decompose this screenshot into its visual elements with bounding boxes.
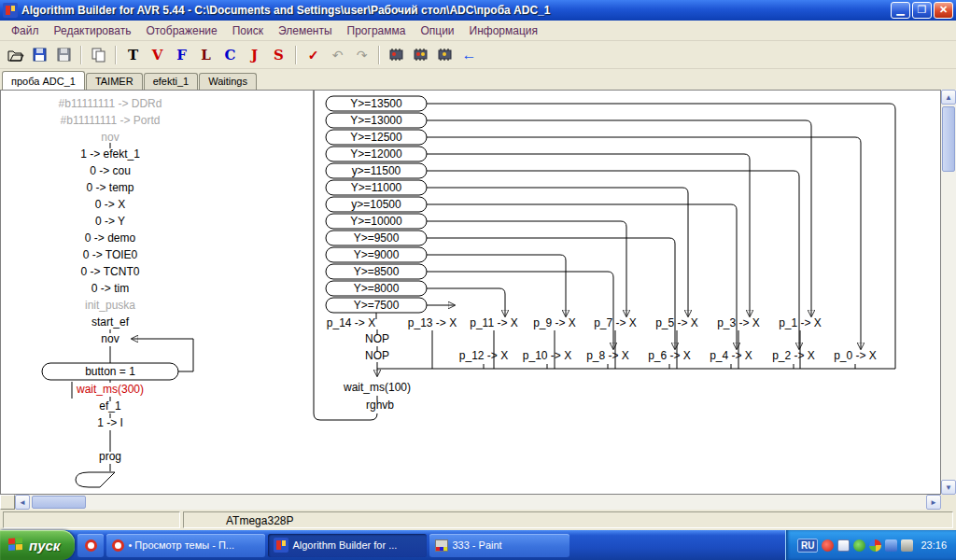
menu-search[interactable]: Поиск	[225, 21, 271, 40]
op-p11[interactable]: p_11 -> X	[470, 316, 517, 329]
op-p13[interactable]: p_13 -> X	[408, 316, 457, 329]
scroll-left-button[interactable]: ◄	[15, 495, 30, 510]
op-set-i[interactable]: 1 -> I	[97, 416, 123, 429]
op-ddrd[interactable]: #b11111111 -> DDRd	[59, 97, 162, 110]
insert-condition-button[interactable]: C	[218, 44, 242, 66]
close-button[interactable]: ✕	[934, 2, 953, 19]
label-rghvb[interactable]: rghvb	[366, 399, 394, 412]
condition-y11500[interactable]: y>=11500	[352, 164, 401, 177]
condition-y10500[interactable]: y>=10500	[351, 198, 401, 211]
task-algorithm-builder[interactable]: Algorithm Builder for ...	[268, 534, 427, 557]
op-nop1[interactable]: NOP	[365, 332, 389, 345]
read-chip-button[interactable]	[433, 44, 457, 66]
condition-y8000[interactable]: Y>=8000	[354, 282, 400, 295]
condition-y9000[interactable]: Y>=9000	[354, 248, 400, 261]
condition-y11000[interactable]: Y>=11000	[351, 181, 402, 194]
op-p10[interactable]: p_10 -> X	[523, 349, 571, 362]
vertical-scrollbar[interactable]: ▲ ▼	[941, 90, 956, 495]
tray-volume-icon[interactable]	[885, 539, 897, 552]
op-p1[interactable]: p_1 -> X	[779, 316, 822, 329]
op-p0[interactable]: p_0 -> X	[834, 349, 877, 362]
scroll-right-button[interactable]: ►	[926, 495, 941, 510]
condition-y9500[interactable]: Y>=9500	[354, 231, 400, 245]
scroll-up-button[interactable]: ▲	[941, 90, 956, 105]
tab-efekti1[interactable]: efekti_1	[144, 73, 199, 90]
program-chip-button[interactable]	[409, 44, 432, 66]
minimize-button[interactable]: ▁	[891, 2, 910, 19]
op-p5[interactable]: p_5 -> X	[655, 316, 698, 329]
condition-y12000[interactable]: Y>=12000	[350, 147, 402, 161]
save-all-button[interactable]	[52, 44, 76, 66]
label-nov-ghost[interactable]: nov	[101, 131, 119, 144]
redo-button[interactable]: ↷	[350, 44, 373, 66]
label-nov[interactable]: nov	[101, 332, 119, 345]
op-temp[interactable]: 0 -> temp	[86, 181, 134, 194]
op-p2[interactable]: p_2 -> X	[772, 349, 815, 362]
condition-y13500[interactable]: Y>=13500	[350, 97, 402, 110]
tray-clock[interactable]: 23:16	[921, 539, 947, 551]
horizontal-scrollbar[interactable]: ◄ ►	[0, 495, 956, 510]
menu-program[interactable]: Программа	[340, 21, 414, 40]
step-back-button[interactable]: ←	[457, 44, 481, 66]
tray-network-icon[interactable]	[853, 539, 865, 552]
save-button[interactable]	[28, 44, 51, 66]
menu-elements[interactable]: Элементы	[271, 21, 340, 40]
op-y[interactable]: 0 -> Y	[95, 215, 125, 228]
op-wait300-selected[interactable]: wait_ms(300)	[76, 383, 144, 396]
insert-label-button[interactable]: L	[194, 44, 218, 66]
menu-info[interactable]: Информация	[462, 21, 545, 40]
tray-alert-icon[interactable]	[822, 539, 834, 552]
op-efekt1[interactable]: 1 -> efekt_1	[80, 147, 140, 161]
op-nop2[interactable]: NOP	[365, 349, 389, 362]
condition-y12500[interactable]: Y>=12500	[350, 131, 402, 144]
start-button[interactable]: пуск	[0, 530, 75, 560]
op-p6[interactable]: p_6 -> X	[648, 349, 691, 362]
menu-view[interactable]: Отображение	[138, 21, 224, 40]
menu-edit[interactable]: Редактировать	[47, 21, 139, 40]
vertical-scroll-thumb[interactable]	[942, 106, 955, 172]
op-p9[interactable]: p_9 -> X	[533, 316, 576, 329]
op-toie0[interactable]: 0 -> TOIE0	[83, 248, 138, 261]
horizontal-scroll-track[interactable]	[88, 495, 926, 510]
language-indicator[interactable]: RU	[797, 539, 818, 553]
condition-y8500[interactable]: Y>=8500	[354, 265, 400, 278]
maximize-button[interactable]: ❐	[912, 2, 932, 19]
vertical-scroll-track[interactable]	[941, 174, 956, 480]
label-ef1[interactable]: ef_1	[99, 399, 121, 413]
verify-button[interactable]: ✓	[302, 44, 325, 66]
undo-button[interactable]: ↶	[326, 44, 349, 66]
insert-field-button[interactable]: F	[170, 44, 193, 66]
compile-button[interactable]	[385, 44, 408, 66]
condition-y7500[interactable]: Y>=7500	[354, 299, 400, 312]
task-paint[interactable]: 333 - Paint	[429, 534, 569, 557]
insert-text-button[interactable]: T	[121, 44, 145, 66]
menu-file[interactable]: Файл	[4, 21, 47, 40]
label-start-ef[interactable]: start_ef	[91, 315, 130, 329]
condition-y13000[interactable]: Y>=13000	[350, 114, 402, 127]
insert-jump-button[interactable]: J	[243, 44, 266, 66]
condition-button[interactable]: button = 1	[85, 365, 135, 378]
tab-taimer[interactable]: TAIMER	[86, 73, 143, 90]
scroll-down-button[interactable]: ▼	[941, 480, 956, 495]
tray-display-icon[interactable]	[901, 539, 913, 552]
condition-y10000[interactable]: Y>=10000	[350, 215, 402, 228]
horizontal-scroll-thumb[interactable]	[32, 496, 86, 509]
op-demo[interactable]: 0 -> demo	[85, 231, 136, 245]
op-p3[interactable]: p_3 -> X	[717, 316, 760, 329]
op-p12[interactable]: p_12 -> X	[459, 349, 508, 362]
op-portd[interactable]: #b11111111 -> Portd	[61, 114, 161, 127]
label-prog[interactable]: prog	[99, 450, 121, 463]
op-x[interactable]: 0 -> X	[95, 198, 125, 211]
tray-update-icon[interactable]	[869, 539, 881, 552]
insert-setter-button[interactable]: S	[267, 44, 290, 66]
label-init-puska[interactable]: init_puska	[85, 299, 135, 312]
end-shape[interactable]	[76, 472, 115, 487]
op-p8[interactable]: p_8 -> X	[586, 349, 629, 362]
algorithm-canvas[interactable]: #b11111111 -> DDRd #b11111111 -> Portd n…	[0, 90, 941, 495]
op-cou[interactable]: 0 -> cou	[90, 164, 131, 177]
op-p14[interactable]: p_14 -> X	[327, 316, 375, 329]
tab-waitings[interactable]: Waitings	[199, 73, 257, 90]
tray-messenger-icon[interactable]	[837, 539, 850, 552]
op-p7[interactable]: p_7 -> X	[594, 316, 637, 329]
copy-button[interactable]	[87, 44, 110, 66]
